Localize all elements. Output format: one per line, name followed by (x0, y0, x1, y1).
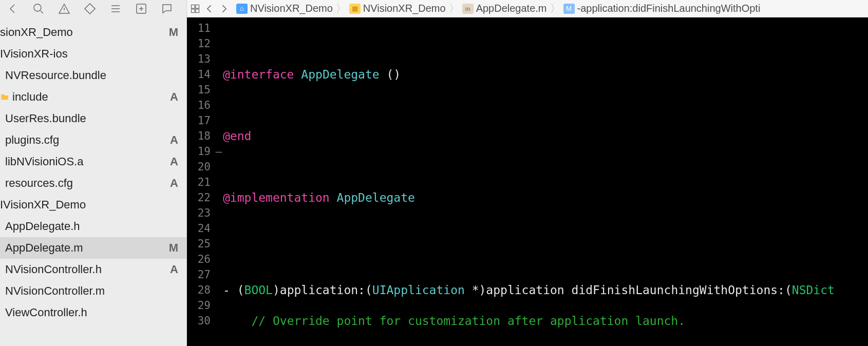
scm-status-badge: A (170, 263, 178, 276)
fold-cell (215, 205, 223, 221)
breadcrumb-label: -application:didFinishLaunchingWithOpti (577, 3, 761, 14)
file-name: NVResource.bundle (5, 69, 106, 82)
line-number: 29 (187, 298, 211, 313)
objc-impl-icon: m (462, 4, 474, 14)
line-number: 25 (187, 236, 211, 252)
fold-cell (215, 98, 223, 113)
file-row[interactable]: resources.cfgA (0, 172, 186, 194)
line-number: 24 (187, 221, 211, 236)
line-number: 19 (187, 144, 211, 159)
plus-box-icon[interactable] (134, 3, 149, 15)
file-row[interactable]: NVisionController.hA (0, 259, 186, 280)
breadcrumb-label: NVisionXR_Demo (250, 3, 333, 14)
chevron-right-icon: 〉 (336, 2, 346, 15)
line-number: 23 (187, 205, 211, 221)
back-icon[interactable] (204, 4, 215, 14)
line-number: 18 (187, 128, 211, 144)
fold-cell (215, 113, 223, 128)
file-row[interactable]: plugins.cfgA (0, 129, 186, 151)
line-number: 14 (187, 67, 211, 82)
line-number: 20 (187, 159, 211, 175)
line-number: 27 (187, 267, 211, 282)
line-gutter: 1112131415161718192021222324252627282930 (187, 17, 215, 346)
svg-rect-3 (196, 5, 199, 8)
fold-cell (215, 36, 223, 51)
file-row[interactable]: sionXR_DemoM (0, 22, 186, 43)
scm-status-badge: M (169, 26, 178, 39)
folder-icon: ▦ (349, 4, 361, 14)
line-number: 21 (187, 175, 211, 190)
file-name: ViewController.h (5, 306, 87, 319)
search-icon[interactable] (31, 3, 46, 15)
file-row[interactable]: AppDelegate.mM (0, 237, 186, 259)
project-navigator[interactable]: sionXR_DemoMIVisionXR-iosNVResource.bund… (0, 0, 187, 346)
file-row[interactable]: includeA (0, 86, 186, 108)
fold-cell (215, 252, 223, 267)
svg-rect-5 (196, 9, 199, 12)
fold-cell (215, 282, 223, 298)
svg-point-0 (34, 4, 41, 11)
fold-cell (215, 221, 223, 236)
line-number: 11 (187, 21, 211, 36)
chevron-right-icon: 〉 (449, 2, 459, 15)
fold-ribbon[interactable]: – (215, 17, 223, 346)
file-row[interactable]: ViewController.h (0, 302, 186, 323)
breadcrumb-label: AppDelegate.m (476, 3, 547, 14)
breadcrumb-symbol[interactable]: M -application:didFinishLaunchingWithOpt… (563, 3, 761, 14)
fold-cell (215, 298, 223, 313)
scm-status-badge: A (170, 90, 178, 104)
svg-rect-4 (192, 9, 195, 12)
file-name: NVisionController.h (5, 263, 102, 276)
tag-icon[interactable] (82, 3, 98, 15)
line-number: 12 (187, 36, 211, 51)
file-name: resources.cfg (5, 177, 73, 190)
file-row[interactable]: AppDelegate.h (0, 216, 186, 237)
warning-icon[interactable] (56, 3, 72, 15)
forward-icon[interactable] (219, 4, 229, 14)
breadcrumb-folder[interactable]: ▦ NVisionXR_Demo (349, 3, 446, 14)
fold-cell (215, 67, 223, 82)
fold-cell (215, 190, 223, 205)
fold-cell (215, 267, 223, 282)
scm-status-badge: A (170, 155, 178, 168)
file-name: include (12, 90, 48, 104)
fold-cell (215, 236, 223, 252)
arrow-left-icon[interactable] (5, 3, 21, 15)
fold-cell (215, 159, 223, 175)
file-name: sionXR_Demo (0, 26, 73, 39)
line-number: 17 (187, 113, 211, 128)
line-number: 28 (187, 282, 211, 298)
fold-cell (215, 175, 223, 190)
chevron-right-icon: 〉 (550, 2, 560, 15)
fold-cell[interactable]: – (215, 144, 223, 159)
fold-cell (215, 82, 223, 98)
breadcrumb-file[interactable]: m AppDelegate.m (462, 3, 547, 14)
file-row[interactable]: libNVisioniOS.aA (0, 151, 186, 172)
file-name: libNVisioniOS.a (5, 155, 83, 168)
fold-cell (215, 21, 223, 36)
fold-cell (215, 51, 223, 67)
file-row[interactable]: IVisionXR_Demo (0, 194, 186, 216)
file-name: UserRes.bundle (5, 112, 86, 125)
code-area[interactable]: @interface AppDelegate () @end @implemen… (223, 17, 868, 346)
file-row[interactable]: IVisionXR-ios (0, 43, 186, 65)
file-name: plugins.cfg (5, 133, 59, 147)
line-number: 30 (187, 313, 211, 329)
breadcrumb-project[interactable]: ⌂ NVisionXR_Demo (236, 3, 333, 14)
line-number: 13 (187, 51, 211, 67)
comment-icon[interactable] (159, 3, 175, 15)
related-items-icon[interactable] (190, 4, 200, 14)
scm-status-badge: A (170, 133, 178, 147)
code-editor[interactable]: 1112131415161718192021222324252627282930… (187, 17, 868, 346)
app-icon: ⌂ (236, 4, 248, 14)
fold-cell (215, 128, 223, 144)
file-row[interactable]: UserRes.bundle (0, 108, 186, 129)
scm-status-badge: A (170, 177, 178, 190)
line-number: 16 (187, 98, 211, 113)
svg-rect-2 (192, 5, 195, 8)
file-row[interactable]: NVResource.bundle (0, 65, 186, 86)
file-row[interactable]: NVisionController.m (0, 280, 186, 302)
folder-icon (0, 92, 9, 102)
list-icon[interactable] (108, 3, 123, 15)
file-name: IVisionXR-ios (0, 47, 68, 61)
